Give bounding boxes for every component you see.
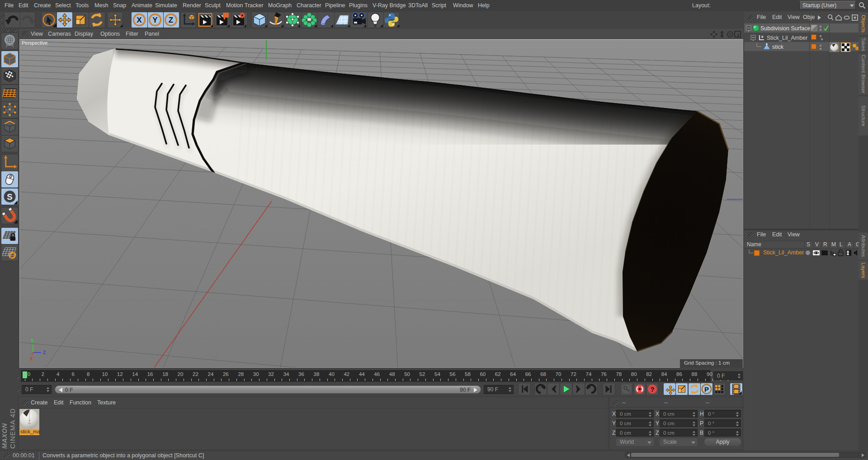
svg-text:X: X: [137, 16, 142, 24]
svg-text:Z: Z: [169, 16, 173, 24]
svg-text:?: ?: [651, 386, 655, 393]
svg-text:Y: Y: [152, 16, 158, 24]
svg-text:X: X: [30, 357, 33, 361]
svg-text:Y: Y: [31, 338, 34, 343]
svg-text:P: P: [704, 386, 709, 393]
svg-text:S: S: [7, 192, 12, 202]
svg-text:0: 0: [761, 35, 764, 39]
svg-text:Z: Z: [43, 350, 46, 355]
